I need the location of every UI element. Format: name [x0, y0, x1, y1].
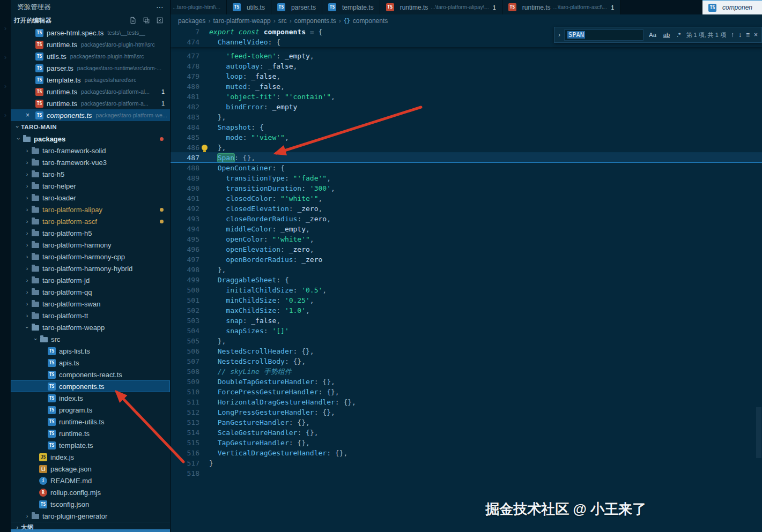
tab-template.ts[interactable]: TStemplate.ts	[322, 0, 380, 14]
tree-item[interactable]: TSruntime-utils.ts	[11, 416, 170, 428]
code-line[interactable]: 490 transitionDuration: '300',	[171, 183, 762, 193]
code-line[interactable]: 507 NestedScrollBody: {},	[171, 356, 762, 366]
code-line[interactable]: 504 snapSizes: '[]'	[171, 326, 762, 336]
open-editor-item[interactable]: TSruntime.tspackages\taro-platform-al...…	[11, 86, 170, 98]
tree-item[interactable]: taro-platform-h5	[11, 227, 170, 239]
code-line[interactable]: 478 autoplay: _false,	[171, 61, 762, 71]
tree-item[interactable]: taro-platform-jd	[11, 274, 170, 286]
code-line[interactable]: 487 Span: {},	[171, 153, 762, 163]
code-line[interactable]: 492 closedElevation: _zero,	[171, 204, 762, 214]
breadcrumb-item[interactable]: components	[353, 17, 388, 25]
open-editor-item[interactable]: TSparser.tspackages\taro-runtime\src\dom…	[11, 62, 170, 74]
code-line[interactable]: 509 DoubleTapGestureHandler: {},	[171, 377, 762, 387]
code-line[interactable]: 515 TapGestureHandler: {},	[171, 438, 762, 448]
code-line[interactable]: 493 closeBorderRadius: _zero,	[171, 214, 762, 224]
save-all-icon[interactable]	[143, 17, 150, 24]
tree-item[interactable]: packages	[11, 133, 170, 145]
code-line[interactable]: 510 ForcePressGestureHandler: {},	[171, 387, 762, 397]
tree-item[interactable]: JSindex.js	[11, 451, 170, 463]
code-line[interactable]: _py,	[171, 47, 762, 51]
code-line[interactable]: 499 DraggableSheet: {	[171, 275, 762, 285]
whole-word-button[interactable]: ab	[662, 31, 671, 39]
editor-scrollbar[interactable]	[756, 407, 761, 458]
sidebar-horizontal-scrollbar[interactable]	[11, 529, 171, 532]
close-find-button[interactable]: ×	[754, 31, 758, 39]
code-line[interactable]: 503 snap: _false,	[171, 316, 762, 326]
tree-item[interactable]: taro-platform-tt	[11, 310, 170, 321]
tree-item[interactable]: taro-h5	[11, 168, 170, 180]
code-line[interactable]: 483 },	[171, 112, 762, 122]
tree-item[interactable]: taro-framework-solid	[11, 145, 170, 156]
open-editor-item[interactable]: TSruntime.tspackages\taro-platform-a...1	[11, 98, 170, 109]
tree-item[interactable]: taro-framework-vue3	[11, 156, 170, 168]
code-line[interactable]: 511 HorizontalDragGestureHandler: {},	[171, 397, 762, 407]
tree-section-header[interactable]: TARO-MAIN	[11, 121, 170, 133]
tree-item[interactable]: TScomponents-react.ts	[11, 369, 170, 380]
code-line[interactable]: 497 openBorderRadius: _zero	[171, 254, 762, 265]
code-line[interactable]: 477 'feed-token': _empty,	[171, 51, 762, 61]
tab-parser.ts[interactable]: TSparser.ts	[271, 0, 322, 14]
tree-item[interactable]: taro-platform-alipay	[11, 204, 170, 215]
code-line[interactable]: 485 mode: "'view'",	[171, 132, 762, 143]
code-line[interactable]: 481 'object-fit': "'contain'",	[171, 92, 762, 102]
code-line[interactable]: 514 ScaleGestureHandler: {},	[171, 428, 762, 438]
regex-button[interactable]: .*	[675, 31, 682, 39]
find-input[interactable]: SPAN	[564, 29, 643, 41]
code-line[interactable]: 508 // skyLine 手势组件	[171, 366, 762, 377]
tree-item[interactable]: TSindex.ts	[11, 392, 170, 404]
previous-match-button[interactable]: ↑	[731, 31, 734, 39]
tree-item[interactable]: TSapis.ts	[11, 357, 170, 369]
tree-item[interactable]: taro-platform-harmony-cpp	[11, 251, 170, 263]
tree-item[interactable]: TSprogram.ts	[11, 404, 170, 416]
tree-item[interactable]: taro-helper	[11, 180, 170, 192]
open-editor-item[interactable]: TSparse-html.spec.tstests\__tests__	[11, 27, 170, 39]
lightbulb-icon[interactable]	[202, 145, 208, 151]
tab-runtime.ts[interactable]: TSruntime.ts...\taro-platform-alipay\...…	[380, 0, 502, 14]
code-line[interactable]: 498 },	[171, 265, 762, 275]
close-all-editors-icon[interactable]	[156, 17, 164, 24]
tab-utils.ts[interactable]: TSutils.ts	[227, 0, 271, 14]
code-line[interactable]: 517}	[171, 458, 762, 468]
tree-item[interactable]: TSapis-list.ts	[11, 345, 170, 357]
code-line[interactable]: 516 VerticalDragGestureHandler: {},	[171, 448, 762, 458]
code-line[interactable]: 489 transitionType: "'fade'",	[171, 173, 762, 183]
more-actions-icon[interactable]: ⋯	[156, 3, 164, 11]
tree-item[interactable]: taro-platform-harmony-hybrid	[11, 263, 170, 274]
new-file-icon[interactable]	[129, 17, 137, 24]
match-case-button[interactable]: Aa	[647, 31, 657, 39]
code-line[interactable]: 491 closedColor: "'white'",	[171, 193, 762, 204]
tab-runtime.ts[interactable]: TSruntime.ts...\taro-platform-ascf\...1	[502, 0, 620, 14]
breadcrumb-item[interactable]: taro-platform-weapp	[213, 17, 270, 25]
tab-overflow[interactable]: ...taro-plugin-html\...	[171, 0, 227, 14]
activity-bar[interactable]: › › › ›	[0, 0, 11, 532]
code-line[interactable]: 502 maxChildSize: '1.0',	[171, 305, 762, 316]
tree-item[interactable]: taro-loader	[11, 192, 170, 204]
code-editor[interactable]: 7export const components = {474 ChannelV…	[171, 27, 762, 532]
tree-item[interactable]: iREADME.md	[11, 475, 170, 486]
code-line[interactable]: 496 openElevation: _zero,	[171, 244, 762, 254]
code-line[interactable]: 495 openColor: "'white'",	[171, 234, 762, 244]
code-line[interactable]: 512 LongPressGestureHandler: {},	[171, 407, 762, 417]
tree-item[interactable]: taro-platform-swan	[11, 298, 170, 310]
tree-item[interactable]: taro-platform-ascf	[11, 215, 170, 227]
code-line[interactable]: 494 middleColor: _empty,	[171, 224, 762, 234]
breadcrumb-item[interactable]: components.ts	[294, 17, 336, 25]
code-line[interactable]: 486 },	[171, 143, 762, 153]
breadcrumb-item[interactable]: src	[278, 17, 287, 25]
code-line[interactable]: 484 Snapshot: {	[171, 122, 762, 132]
code-line[interactable]: 500 initialChildSize: '0.5',	[171, 285, 762, 295]
open-editor-item[interactable]: TSruntime.tspackages\taro-plugin-html\sr…	[11, 39, 170, 50]
tree-item[interactable]: TScomponents.ts	[11, 380, 170, 392]
tree-item[interactable]: taro-platform-qq	[11, 286, 170, 298]
code-line[interactable]: 518	[171, 468, 762, 478]
open-editor-item[interactable]: ×TScomponents.tspackages\taro-platform-w…	[11, 109, 170, 121]
tree-item[interactable]: taro-platform-harmony	[11, 239, 170, 251]
code-line[interactable]: 480 muted: _false,	[171, 81, 762, 92]
tree-item[interactable]: Rrollup.config.mjs	[11, 486, 170, 498]
close-icon[interactable]: ×	[26, 111, 35, 119]
code-line[interactable]: 482 bindError: _empty	[171, 102, 762, 112]
open-editor-item[interactable]: TStemplate.tspackages\shared\src	[11, 74, 170, 86]
tree-item[interactable]: TStsconfig.json	[11, 498, 170, 510]
next-match-button[interactable]: ↓	[738, 31, 742, 39]
find-in-selection-button[interactable]: ≡	[746, 31, 750, 39]
